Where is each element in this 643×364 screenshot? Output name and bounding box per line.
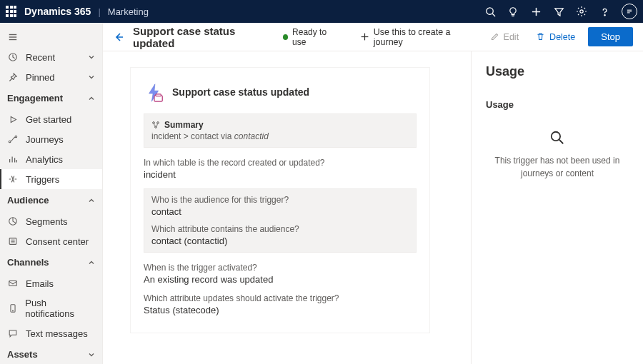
sidebar-item-label: Segments xyxy=(26,216,68,227)
question-label: Who is the audience for this trigger? xyxy=(151,195,409,205)
question-value: An existing record was updated xyxy=(144,274,417,285)
usage-pane: Usage Usage This trigger has not been us… xyxy=(471,51,643,364)
play-icon xyxy=(7,113,19,125)
help-icon[interactable] xyxy=(599,6,610,17)
svg-point-13 xyxy=(9,141,11,143)
branch-icon xyxy=(151,121,160,129)
hamburger-collapse-button[interactable] xyxy=(0,27,102,47)
sidebar-item-analytics[interactable]: Analytics xyxy=(0,149,102,169)
brand-module: Marketing xyxy=(108,6,149,17)
trigger-detail-card: Support case status updated Summary inci… xyxy=(130,67,430,333)
button-label: Edit xyxy=(504,32,519,42)
app-launcher-icon[interactable] xyxy=(6,6,17,17)
svg-point-25 xyxy=(157,122,159,124)
svg-rect-16 xyxy=(9,238,16,245)
filter-icon[interactable] xyxy=(553,6,564,17)
page-title: Support case status updated xyxy=(133,25,269,49)
global-topbar: Dynamics 365 | Marketing xyxy=(0,0,643,23)
sidebar-section-label: Audience xyxy=(7,195,49,206)
sidebar-item-emails[interactable]: Emails xyxy=(0,273,102,293)
card-title: Support case status updated xyxy=(172,86,309,98)
trigger-icon xyxy=(7,173,19,185)
sidebar-section-audience[interactable]: Audience xyxy=(0,189,102,211)
sidebar-item-journeys[interactable]: Journeys xyxy=(0,129,102,149)
question-label: When is the trigger activated? xyxy=(144,263,417,273)
add-icon[interactable] xyxy=(530,6,542,17)
sidebar-item-push[interactable]: Push notifications xyxy=(0,293,102,323)
sidebar-item-label: Journeys xyxy=(26,134,64,145)
button-label: Stop xyxy=(601,31,620,42)
stop-button[interactable]: Stop xyxy=(588,27,633,46)
sidebar-item-consent[interactable]: Consent center xyxy=(0,231,102,251)
edit-button[interactable]: Edit xyxy=(486,29,524,45)
usage-empty-text: This trigger has not been used in journe… xyxy=(486,154,629,180)
status-dot-icon xyxy=(283,34,288,40)
brand-separator: | xyxy=(98,6,100,17)
trash-icon xyxy=(536,32,545,41)
sidebar-section-assets[interactable]: Assets xyxy=(0,343,102,364)
sidebar-item-label: Emails xyxy=(26,278,54,289)
chevron-up-icon xyxy=(88,197,95,204)
summary-box: Summary incident > contact via contactid xyxy=(144,113,417,148)
sidebar-item-label: Pinned xyxy=(26,72,54,83)
svg-point-5 xyxy=(604,14,604,15)
sidebar-item-triggers[interactable]: Triggers xyxy=(0,169,102,189)
chevron-up-icon xyxy=(88,259,95,266)
sidebar-item-pinned[interactable]: Pinned xyxy=(0,67,102,87)
svg-point-14 xyxy=(15,136,17,138)
usage-empty-state: This trigger has not been used in journe… xyxy=(486,130,629,180)
question-value: contact (contactid) xyxy=(151,236,409,246)
usage-heading: Usage xyxy=(486,64,629,79)
status-text: Ready to use xyxy=(292,27,339,47)
sidebar-item-texts[interactable]: Text messages xyxy=(0,323,102,343)
svg-point-0 xyxy=(486,7,492,14)
usage-subheading: Usage xyxy=(486,99,629,110)
hamburger-icon xyxy=(7,31,19,43)
sidebar-section-label: Engagement xyxy=(7,93,63,103)
trigger-bolt-icon xyxy=(144,82,164,102)
sms-icon xyxy=(7,328,19,339)
sidebar-item-label: Push notifications xyxy=(25,298,95,319)
search-icon[interactable] xyxy=(484,6,496,17)
svg-point-27 xyxy=(552,132,560,141)
question-label: Which attribute contains the audience? xyxy=(151,224,409,234)
sidebar-item-label: Analytics xyxy=(26,154,63,165)
lightbulb-icon[interactable] xyxy=(507,6,519,17)
sidebar-item-get-started[interactable]: Get started xyxy=(0,109,102,129)
push-icon xyxy=(7,303,18,314)
use-journey-button[interactable]: Use this to create a journey xyxy=(356,24,477,50)
sidebar-item-label: Triggers xyxy=(26,174,59,185)
plus-icon xyxy=(360,32,369,41)
main-content-area: Support case status updated Summary inci… xyxy=(103,51,471,364)
brand-name: Dynamics 365 xyxy=(24,6,91,17)
svg-line-1 xyxy=(492,14,495,16)
back-button[interactable] xyxy=(113,31,124,43)
sidebar-item-segments[interactable]: Segments xyxy=(0,211,102,231)
clock-icon xyxy=(7,51,19,63)
delete-button[interactable]: Delete xyxy=(532,29,579,45)
chevron-down-icon xyxy=(88,74,95,81)
sidebar-item-label: Consent center xyxy=(26,236,89,247)
sidebar-section-label: Assets xyxy=(7,349,38,360)
gear-icon[interactable] xyxy=(576,6,587,17)
summary-path: incident > contact via contactid xyxy=(151,131,409,141)
journey-icon xyxy=(7,133,19,145)
sidebar-item-label: Get started xyxy=(26,114,71,125)
svg-rect-23 xyxy=(156,94,161,96)
summary-label: Summary xyxy=(164,120,204,130)
svg-point-24 xyxy=(153,122,155,124)
chevron-down-icon xyxy=(88,351,95,358)
svg-point-19 xyxy=(12,310,13,311)
pin-icon xyxy=(7,71,19,83)
sidebar-section-channels[interactable]: Channels xyxy=(0,251,102,273)
sidebar-item-recent[interactable]: Recent xyxy=(0,47,102,67)
button-label: Use this to create a journey xyxy=(374,27,473,47)
user-avatar[interactable] xyxy=(622,4,637,19)
sidebar-item-label: Text messages xyxy=(26,328,88,339)
svg-rect-17 xyxy=(9,281,17,286)
sidebar-section-engagement[interactable]: Engagement xyxy=(0,87,102,109)
chevron-up-icon xyxy=(88,95,95,102)
consent-icon xyxy=(7,236,19,247)
question-value: incident xyxy=(144,169,417,180)
svg-point-4 xyxy=(580,10,583,13)
